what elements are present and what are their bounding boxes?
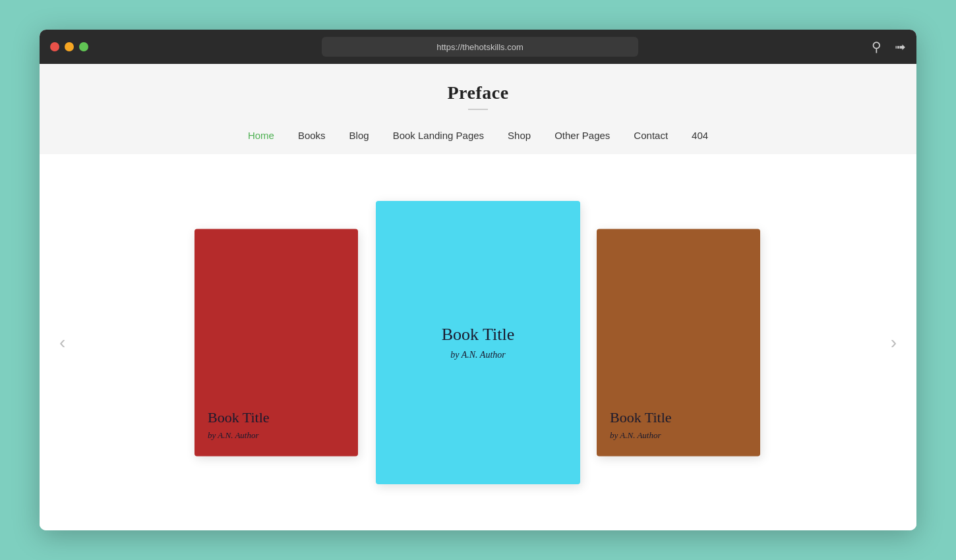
site-title: Preface <box>53 82 903 103</box>
browser-window: https://thehotskills.com ⚲ ➟ Preface Hom… <box>40 30 916 530</box>
browser-chrome: https://thehotskills.com ⚲ ➟ <box>40 30 916 64</box>
nav-item-blog[interactable]: Blog <box>349 130 369 141</box>
minimize-button[interactable] <box>65 42 74 51</box>
browser-icons: ⚲ ➟ <box>872 39 906 55</box>
book-author-right: by A.N. Author <box>610 430 747 440</box>
nav-item-books[interactable]: Books <box>298 130 326 141</box>
book-author-center: by A.N. Author <box>450 350 506 360</box>
carousel-arrow-left[interactable]: ‹ <box>59 332 65 353</box>
nav-item-contact[interactable]: Contact <box>634 130 668 141</box>
search-icon[interactable]: ⚲ <box>872 39 881 55</box>
book-title-center: Book Title <box>442 325 515 345</box>
maximize-button[interactable] <box>79 42 88 51</box>
nav-item-home[interactable]: Home <box>248 130 274 141</box>
nav-item-other-pages[interactable]: Other Pages <box>554 130 610 141</box>
nav-menu: Home Books Blog Book Landing Pages Shop … <box>53 123 903 154</box>
nav-item-404[interactable]: 404 <box>692 130 708 141</box>
website-content: Preface Home Books Blog Book Landing Pag… <box>40 64 916 530</box>
address-bar[interactable]: https://thehotskills.com <box>322 37 638 57</box>
site-header: Preface Home Books Blog Book Landing Pag… <box>40 64 916 154</box>
title-divider <box>468 109 488 110</box>
address-bar-container: https://thehotskills.com <box>96 37 864 57</box>
close-button[interactable] <box>50 42 59 51</box>
book-title-right: Book Title <box>610 408 747 426</box>
book-title-left: Book Title <box>208 408 345 426</box>
book-card-right[interactable]: Book Title by A.N. Author <box>597 229 760 456</box>
traffic-lights <box>50 42 88 51</box>
book-card-left[interactable]: Book Title by A.N. Author <box>194 229 358 456</box>
book-author-left: by A.N. Author <box>208 430 345 440</box>
carousel-arrow-right[interactable]: › <box>891 332 897 353</box>
books-container: Book Title by A.N. Author Book Title by … <box>40 154 916 530</box>
nav-item-book-landing-pages[interactable]: Book Landing Pages <box>393 130 484 141</box>
nav-item-shop[interactable]: Shop <box>508 130 531 141</box>
carousel-section: ‹ Book Title by A.N. Author Book Title b… <box>40 154 916 530</box>
book-card-center[interactable]: Book Title by A.N. Author <box>376 201 580 484</box>
url-text: https://thehotskills.com <box>436 42 523 52</box>
fullscreen-icon[interactable]: ➟ <box>895 39 906 55</box>
